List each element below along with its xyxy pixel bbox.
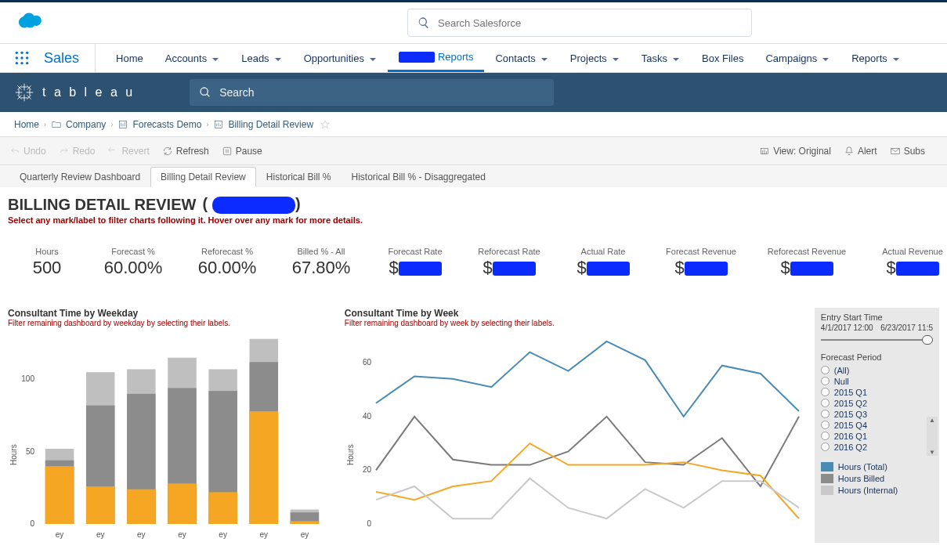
metric-value: $ [556,258,650,278]
subscribe-button[interactable]: Subs [890,146,925,157]
svg-text:100: 100 [21,374,34,383]
forecast-period-option[interactable]: 2015 Q4 [821,420,933,431]
sheet-tab[interactable]: Historical Bill % [256,167,342,187]
nav-item-reports[interactable]: Reports [388,44,485,72]
metric-value: $ [752,258,862,278]
redacted-text [587,262,630,276]
metric-label: Reforecast % [180,247,274,256]
pause-button[interactable]: Pause [222,146,262,157]
forecast-period-option[interactable]: 2015 Q3 [821,409,933,420]
salesforce-search-input-wrap[interactable] [407,9,752,37]
nav-item-accounts[interactable]: Accounts [154,44,230,72]
radio-icon [821,399,830,407]
nav-item-label: Leads [241,52,269,64]
svg-rect-56 [127,489,156,523]
svg-text:50: 50 [26,446,35,455]
svg-text:ey: ey [137,530,146,539]
svg-point-2 [26,52,28,54]
view-original-button[interactable]: View: Original [759,146,831,157]
redacted-text [685,262,728,276]
forecast-period-option[interactable]: (All) [821,365,933,376]
tableau-search-wrap[interactable] [190,79,554,106]
forecast-period-option[interactable]: 2015 Q1 [821,387,933,398]
entry-start-to: 6/23/2017 11:5 [880,323,933,332]
metric-value: 500 [8,258,86,278]
redacted-text [399,262,442,276]
svg-rect-60 [168,483,197,524]
radio-icon [821,443,830,451]
forecast-period-option[interactable]: 2016 Q2 [821,442,933,453]
refresh-button[interactable]: Refresh [162,146,209,157]
salesforce-search-input[interactable] [438,17,742,29]
line-chart-week[interactable]: 0204060 [345,332,803,544]
app-launcher-icon[interactable] [14,44,30,72]
nav-item-contacts[interactable]: Contacts [484,44,558,72]
forecast-period-option[interactable]: Null [821,376,933,387]
sheet-tabs: Quarterly Review DashboardBilling Detail… [0,165,947,187]
breadcrumb-current[interactable]: Billing Detail Review [213,119,313,130]
nav-item-opportunities[interactable]: Opportunities [293,44,388,72]
breadcrumb-home[interactable]: Home [14,119,39,130]
dashboard-title-paren: ( [202,195,208,212]
redo-button[interactable]: Redo [59,146,96,157]
metric-value: 60.00% [86,258,180,278]
sheet-tab[interactable]: Billing Detail Review [150,167,256,187]
metric-forecast-revenue: Forecast Revenue$ [650,247,752,278]
svg-text:ey: ey [56,530,64,539]
alert-button[interactable]: Alert [844,146,877,157]
nav-item-projects[interactable]: Projects [559,44,631,72]
chevron-down-icon [612,54,620,62]
metric-label: Actual Revenue [862,247,947,256]
tableau-search-input[interactable] [219,86,544,99]
legend-item[interactable]: Hours (Total) [821,462,933,471]
favorite-star-icon[interactable] [320,119,334,130]
revert-button[interactable]: Revert [107,146,149,157]
nav-item-home[interactable]: Home [105,44,154,72]
metric-reforecast-: Reforecast %60.00% [180,247,274,278]
metric-billed-all: Billed % - All67.80% [274,247,368,278]
chevron-down-icon [540,54,548,62]
svg-rect-64 [208,492,237,524]
forecast-period-option[interactable]: 2015 Q2 [821,398,933,409]
metric-label: Forecast Revenue [650,247,752,256]
radio-icon [821,432,830,440]
nav-item-label: Contacts [495,52,535,64]
nav-item-label: Home [116,52,143,64]
workbook-icon [117,119,128,130]
date-range-slider[interactable] [821,337,933,343]
undo-button[interactable]: Undo [9,146,46,157]
nav-item-reports[interactable]: Reports [840,44,911,72]
nav-item-box-files[interactable]: Box Files [691,44,754,72]
metric-value: $ [462,258,556,278]
y-axis-label-weekday: Hours [9,444,18,465]
metric-value: 60.00% [180,258,274,278]
svg-point-6 [16,62,18,64]
filter-scrollbar[interactable]: ▲▼ [927,417,938,456]
legend-item[interactable]: Hours (Internal) [821,486,933,495]
breadcrumb-forecasts-demo[interactable]: Forecasts Demo [117,119,201,130]
nav-item-leads[interactable]: Leads [230,44,292,72]
filter-panel: Entry Start Time 4/1/2017 12:00 6/23/201… [815,308,939,543]
nav-item-campaigns[interactable]: Campaigns [754,44,840,72]
radio-icon [821,388,830,396]
nav-item-label: Projects [570,52,607,64]
legend-swatch [821,462,833,471]
entry-start-from: 4/1/2017 12:00 [821,323,873,332]
svg-point-1 [20,52,23,54]
nav-item-label: Accounts [165,52,207,64]
chevron-down-icon [822,54,830,62]
metric-reforecast-rate: Reforecast Rate$ [462,247,556,278]
forecast-period-option[interactable]: 2016 Q1 [821,431,933,442]
filter-entry-start-title: Entry Start Time [821,313,933,322]
sheet-tab[interactable]: Historical Bill % - Disaggregated [341,167,495,187]
nav-item-tasks[interactable]: Tasks [631,44,691,72]
breadcrumb-company[interactable]: Company [51,119,106,130]
sheet-tab[interactable]: Quarterly Review Dashboard [9,167,150,187]
svg-point-25 [201,88,208,95]
svg-point-3 [16,56,18,59]
legend-label: Hours (Internal) [838,486,898,495]
legend-item[interactable]: Hours Billed [821,474,933,483]
bar-chart-weekday[interactable]: 050100eyeyeyeyeyeyey [8,332,329,544]
svg-line-26 [207,94,209,96]
svg-text:ey: ey [219,530,227,539]
